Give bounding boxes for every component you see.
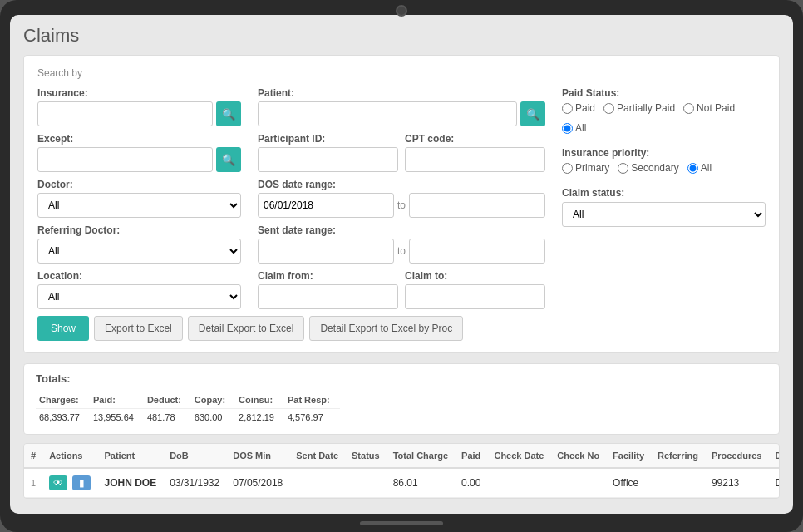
- paid-radio-all[interactable]: [562, 123, 573, 134]
- detail-export-button[interactable]: Detail Export to Excel: [188, 316, 305, 341]
- card-action-icon[interactable]: ▮: [72, 475, 91, 490]
- detail-export-proc-button[interactable]: Detail Export to Excel by Proc: [309, 316, 463, 341]
- dos-date-to-input[interactable]: [409, 193, 545, 218]
- search-icon-2: 🔍: [222, 154, 235, 166]
- cell-status: [345, 468, 387, 498]
- doctor-select[interactable]: All: [37, 193, 241, 218]
- claim-to-input[interactable]: [405, 284, 545, 309]
- location-label: Location:: [37, 270, 241, 282]
- claim-from-label: Claim from:: [258, 270, 398, 282]
- insurance-priority-radio-group: Primary Secondary All: [562, 162, 766, 174]
- dos-date-from-input[interactable]: 06/01/2018: [258, 193, 394, 218]
- claim-from-input[interactable]: [258, 284, 398, 309]
- paid-label-all: All: [575, 122, 586, 134]
- paid-label-partially: Partially Paid: [617, 102, 675, 114]
- totals-value-copay: 630.00: [191, 409, 235, 426]
- priority-radio-secondary[interactable]: [618, 163, 628, 174]
- col-facility: Facility: [606, 444, 651, 468]
- insurance-search-button[interactable]: 🔍: [216, 101, 241, 126]
- except-input[interactable]: [37, 147, 213, 172]
- col-check-date: Check Date: [487, 444, 550, 468]
- except-group: Except: 🔍: [37, 133, 241, 172]
- col-dos-min: DOS Min: [226, 444, 289, 468]
- cell-patient: JOHN DOE: [97, 468, 163, 498]
- export-excel-button[interactable]: Export to Excel: [94, 316, 183, 341]
- sent-date-to-input[interactable]: [409, 239, 545, 264]
- insurance-label: Insurance:: [37, 87, 241, 99]
- cell-paid: 0.00: [455, 468, 487, 498]
- priority-option-all[interactable]: All: [687, 162, 712, 174]
- col-status: Status: [345, 444, 387, 468]
- paid-radio-partially[interactable]: [603, 103, 614, 114]
- row-number: 1: [31, 478, 36, 488]
- sent-date-from-input[interactable]: [258, 239, 394, 264]
- search-icon-3: 🔍: [526, 108, 539, 121]
- cell-procedures: 99213: [705, 468, 769, 498]
- paid-radio-not-paid[interactable]: [683, 103, 694, 114]
- show-button[interactable]: Show: [37, 316, 89, 341]
- sent-date-range-group: Sent date range: to: [258, 224, 545, 264]
- sent-date-range-label: Sent date range:: [258, 224, 545, 236]
- totals-row: 68,393.77 13,955.64 481.78 630.00 2,812.…: [36, 409, 340, 426]
- cell-dob: 03/31/1932: [163, 468, 226, 498]
- totals-header-copay: Copay:: [191, 392, 235, 409]
- paid-option-not-paid[interactable]: Not Paid: [683, 102, 735, 114]
- paid-status-label: Paid Status:: [562, 87, 766, 99]
- paid-radio-paid[interactable]: [562, 103, 573, 114]
- insurance-input-group: 🔍: [37, 101, 241, 126]
- participant-id-input[interactable]: [258, 147, 398, 172]
- priority-option-primary[interactable]: Primary: [562, 162, 609, 174]
- view-action-icon[interactable]: 👁: [49, 475, 67, 490]
- referring-doctor-group: Referring Doctor: All: [37, 224, 241, 264]
- search-by-label: Search by: [37, 67, 766, 79]
- cpt-code-input[interactable]: [405, 147, 545, 172]
- referring-doctor-select[interactable]: All: [37, 239, 241, 264]
- priority-option-secondary[interactable]: Secondary: [618, 162, 678, 174]
- data-table: # Actions Patient DoB DOS Min Sent Date …: [24, 444, 780, 498]
- col-procedures: Procedures: [705, 444, 769, 468]
- priority-radio-primary[interactable]: [562, 163, 573, 174]
- paid-option-paid[interactable]: Paid: [562, 102, 595, 114]
- device-frame: Claims Search by Insurance: 🔍: [0, 0, 803, 532]
- priority-label-secondary: Secondary: [631, 162, 678, 174]
- totals-value-deduct: 481.78: [144, 409, 191, 426]
- sent-date-range: to: [258, 239, 545, 264]
- doctor-group: Doctor: All: [37, 179, 241, 218]
- patient-search-button[interactable]: 🔍: [520, 101, 545, 126]
- dos-to-label: to: [397, 200, 406, 211]
- sent-to-label: to: [397, 245, 406, 257]
- cell-sent-date: [289, 468, 345, 498]
- except-label: Except:: [37, 133, 241, 145]
- cell-doctor: Dr Test: [768, 468, 780, 498]
- cpt-code-group: CPT code:: [405, 133, 545, 172]
- col-total-charge: Total Charge: [387, 444, 455, 468]
- col-actions: Actions: [42, 444, 97, 468]
- paid-option-all[interactable]: All: [562, 122, 586, 134]
- screen: Claims Search by Insurance: 🔍: [10, 15, 793, 514]
- location-group: Location: All: [37, 270, 241, 309]
- cell-total-charge: 86.01: [387, 468, 455, 498]
- paid-status-radio-group: Paid Partially Paid Not Paid: [562, 102, 766, 134]
- cell-check-date: [487, 468, 550, 498]
- claim-status-select[interactable]: All: [562, 202, 766, 227]
- paid-option-partially[interactable]: Partially Paid: [603, 102, 675, 114]
- claim-status-label: Claim status:: [562, 187, 766, 199]
- cell-dos-min: 07/05/2018: [226, 468, 289, 498]
- col-check-no: Check No: [550, 444, 606, 468]
- device-home-bar: [360, 521, 443, 525]
- table-row: 1 👁 ▮ JOHN DOE 03/31/1932 07/05/2018: [24, 468, 780, 498]
- claim-range-row: Claim from: Claim to:: [258, 270, 545, 309]
- col-doctor: Doctor: [768, 444, 780, 468]
- page-title: Claims: [23, 25, 780, 47]
- insurance-input[interactable]: [37, 101, 213, 126]
- paid-label-not-paid: Not Paid: [697, 102, 735, 114]
- claim-to-label: Claim to:: [405, 270, 545, 282]
- priority-radio-all[interactable]: [687, 163, 698, 174]
- patient-input[interactable]: [258, 101, 517, 126]
- totals-header-coinsu: Coinsu:: [235, 392, 284, 409]
- patient-group: Patient: 🔍: [258, 87, 545, 126]
- totals-panel: Totals: Charges: Paid: Deduct: Copay: Co…: [23, 363, 780, 435]
- location-select[interactable]: All: [37, 284, 241, 309]
- except-search-button[interactable]: 🔍: [216, 147, 241, 172]
- cell-referring: [651, 468, 705, 498]
